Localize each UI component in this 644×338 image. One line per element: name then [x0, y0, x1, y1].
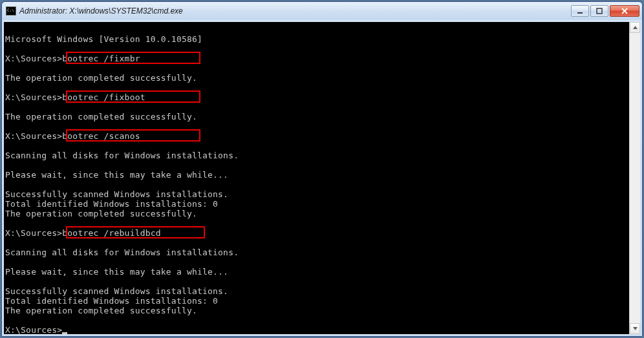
- terminal[interactable]: Microsoft Windows [Version 10.0.10586] X…: [4, 22, 640, 334]
- output-line: Successfully scanned Windows installatio…: [5, 189, 228, 199]
- output-line: The operation completed successfully.: [5, 209, 197, 218]
- command-line: X:\Sources>bootrec /scanos: [5, 131, 627, 141]
- command-text: bootrec /rebuildbcd: [62, 228, 161, 238]
- command-line: X:\Sources>bootrec /fixboot: [5, 92, 627, 102]
- cmd-icon: [6, 6, 16, 16]
- command-text: bootrec /fixboot: [62, 92, 145, 102]
- output-line: Total identified Windows installations: …: [5, 296, 218, 306]
- prompt: X:\Sources>: [5, 325, 62, 334]
- output-line: Successfully scanned Windows installatio…: [5, 286, 228, 296]
- vertical-scrollbar[interactable]: [629, 22, 640, 334]
- prompt: X:\Sources>: [5, 92, 62, 102]
- prompt: X:\Sources>: [5, 228, 62, 238]
- command-text: bootrec /fixmbr: [62, 54, 140, 63]
- svg-rect-0: [577, 12, 583, 14]
- output-line: The operation completed successfully.: [5, 73, 197, 83]
- svg-marker-4: [633, 26, 638, 29]
- maximize-button[interactable]: [590, 5, 608, 17]
- output-line: Total identified Windows installations: …: [5, 199, 218, 209]
- output-line: The operation completed successfully.: [5, 306, 197, 315]
- command-line: X:\Sources>bootrec /rebuildbcd: [5, 228, 627, 238]
- prompt: X:\Sources>: [5, 54, 62, 63]
- chevron-up-icon: [632, 25, 638, 30]
- command-text: bootrec /scanos: [62, 131, 140, 141]
- scroll-track[interactable]: [630, 33, 640, 323]
- titlebar[interactable]: Administrator: X:\windows\SYSTEM32\cmd.e…: [2, 2, 642, 20]
- chevron-down-icon: [632, 326, 638, 332]
- terminal-frame: Microsoft Windows [Version 10.0.10586] X…: [2, 20, 642, 336]
- command-line: X:\Sources>bootrec /fixmbr: [5, 54, 627, 63]
- command-line: X:\Sources>: [5, 325, 627, 334]
- output-line: Microsoft Windows [Version 10.0.10586]: [5, 34, 202, 44]
- output-line: Scanning all disks for Windows installat…: [5, 151, 239, 160]
- cmd-window: Administrator: X:\windows\SYSTEM32\cmd.e…: [1, 1, 643, 337]
- svg-rect-1: [597, 8, 602, 14]
- prompt: X:\Sources>: [5, 131, 62, 141]
- output-line: The operation completed successfully.: [5, 112, 197, 121]
- window-title: Administrator: X:\windows\SYSTEM32\cmd.e…: [19, 6, 571, 16]
- cursor: [62, 332, 67, 334]
- scroll-up-button[interactable]: [630, 22, 640, 33]
- terminal-output: Microsoft Windows [Version 10.0.10586] X…: [4, 22, 628, 334]
- maximize-icon: [596, 8, 603, 14]
- close-button[interactable]: [610, 5, 639, 17]
- output-line: Please wait, since this may take a while…: [5, 170, 228, 180]
- minimize-button[interactable]: [571, 5, 589, 17]
- scroll-down-button[interactable]: [630, 323, 640, 334]
- svg-marker-5: [633, 327, 638, 330]
- minimize-icon: [577, 8, 583, 14]
- output-line: Scanning all disks for Windows installat…: [5, 248, 239, 257]
- window-controls: [571, 5, 639, 17]
- close-icon: [621, 8, 628, 14]
- output-line: Please wait, since this may take a while…: [5, 267, 228, 277]
